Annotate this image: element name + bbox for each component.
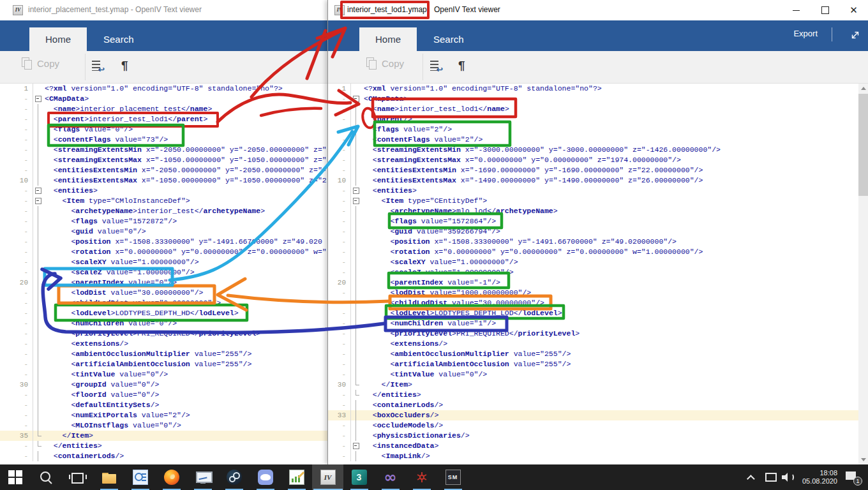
taskbar-clock[interactable]: 18:08 05.08.2020 bbox=[798, 469, 841, 486]
code-line[interactable]: - <contentFlags value="73"/> bbox=[0, 135, 328, 145]
code-line[interactable]: - <tintValue value="0"/> bbox=[0, 369, 328, 380]
code-line[interactable]: - <lodDist value="1000.00000000"/> bbox=[328, 288, 858, 298]
code-line[interactable]: - <streamingExtentsMax x="-1050.00000000… bbox=[0, 155, 328, 165]
minimize-button[interactable] bbox=[782, 0, 811, 20]
code-line[interactable]: - <instancedData> bbox=[328, 441, 858, 451]
show-whitespace-icon[interactable]: ¶ bbox=[121, 59, 128, 73]
code-line[interactable]: - <physicsDictionaries/> bbox=[328, 431, 858, 441]
code-line[interactable]: - <contentFlags value="2"/> bbox=[328, 135, 858, 145]
code-line[interactable]: - <entities> bbox=[328, 186, 858, 196]
code-line[interactable]: 20 <parentIndex value="0"/> bbox=[0, 278, 328, 288]
fold-collapse-icon[interactable] bbox=[351, 441, 362, 451]
code-line[interactable]: - <lodDist value="30.00000000"/> bbox=[0, 288, 328, 298]
code-line[interactable]: - <rotation x="0.00000000" y="0.00000000… bbox=[0, 247, 328, 257]
code-line[interactable]: - <flags value="1572864"/> bbox=[328, 216, 858, 226]
code-line[interactable]: - <artificialAmbientOcclusion value="255… bbox=[328, 359, 858, 369]
tab-search-right[interactable]: Search bbox=[417, 27, 480, 51]
taskbar-search-button[interactable] bbox=[31, 464, 61, 490]
tab-home-left[interactable]: Home bbox=[29, 27, 87, 51]
code-line[interactable]: - <ImapLink/> bbox=[328, 451, 858, 461]
code-line[interactable]: - <numChildren value="0"/> bbox=[0, 318, 328, 329]
code-line[interactable]: - <lodLevel>LODTYPES_DEPTH_HD</lodLevel> bbox=[0, 308, 328, 318]
word-wrap-icon[interactable]: ↩ bbox=[430, 60, 442, 73]
speaker-icon[interactable] bbox=[781, 471, 795, 483]
action-center-icon[interactable]: 1 bbox=[845, 470, 860, 484]
taskbar-mail-app[interactable] bbox=[124, 464, 156, 490]
code-line[interactable]: - <priorityLevel>PRI_REQUIRED</priorityL… bbox=[328, 329, 858, 339]
code-pane-right[interactable]: 1<?xml version="1.0" encoding="UTF-8" st… bbox=[328, 84, 858, 464]
code-line[interactable]: - <Item type="CMloInstanceDef"> bbox=[0, 196, 328, 206]
fold-collapse-icon[interactable] bbox=[33, 186, 43, 196]
tab-home-right[interactable]: Home bbox=[359, 27, 417, 51]
code-line[interactable]: - <containerLods/> bbox=[0, 451, 328, 461]
code-line[interactable]: - <lodLevel>LODTYPES_DEPTH_LOD</lodLevel… bbox=[328, 308, 858, 318]
taskbar-openiv-active[interactable]: IV bbox=[312, 464, 343, 490]
code-line[interactable]: 33 <boxOccluders/> bbox=[328, 410, 858, 420]
tab-search-left[interactable]: Search bbox=[87, 27, 150, 51]
code-line[interactable]: - </entities> bbox=[0, 441, 328, 451]
code-line[interactable]: - <archetypeName>mlo_lod</archetypeName> bbox=[328, 206, 858, 216]
taskbar-performance-monitor[interactable] bbox=[187, 464, 218, 490]
taskbar-red-flake-app[interactable] bbox=[406, 464, 437, 490]
task-view-button[interactable] bbox=[61, 464, 92, 490]
code-line[interactable]: - <extensions/> bbox=[328, 339, 858, 349]
code-line[interactable]: - <Item type="CEntityDef"> bbox=[328, 196, 858, 206]
code-line[interactable]: - <extensions/> bbox=[0, 339, 328, 349]
code-line[interactable]: 35 </Item> bbox=[0, 431, 328, 441]
code-line[interactable]: - <archetypeName>interior_test</archetyp… bbox=[0, 206, 328, 216]
code-line[interactable]: - <flags value="0"/> bbox=[0, 124, 328, 135]
scrollbar-thumb[interactable] bbox=[858, 94, 868, 196]
code-line[interactable]: 1<?xml version="1.0" encoding="UTF-8" st… bbox=[0, 84, 328, 94]
expand-ribbon-icon[interactable] bbox=[850, 30, 860, 40]
taskbar-steam[interactable] bbox=[218, 464, 250, 490]
maximize-button[interactable] bbox=[811, 0, 839, 20]
taskbar-file-explorer[interactable] bbox=[93, 464, 124, 490]
fold-collapse-icon[interactable] bbox=[351, 196, 362, 206]
code-line[interactable]: - <streamingExtentsMax x="0.00000000" y=… bbox=[328, 155, 858, 165]
titlebar-right[interactable]: IV interior_test_lod1.ymap OpenIV Text v… bbox=[328, 0, 868, 20]
code-line[interactable]: 10 <entitiesExtentsMax x="-1050.00000000… bbox=[0, 175, 328, 186]
code-line[interactable]: 20 <parentIndex value="-1"/> bbox=[328, 278, 858, 288]
scroll-up-icon[interactable] bbox=[858, 84, 868, 93]
code-line[interactable]: - <position x="-1508.33300000" y="-1491.… bbox=[328, 237, 858, 247]
copy-button-right[interactable]: Copy bbox=[366, 57, 404, 70]
code-line[interactable]: - <streamingExtentsMin x="-2050.00000000… bbox=[0, 145, 328, 155]
code-line[interactable]: -<CMapData> bbox=[0, 94, 328, 104]
code-line[interactable]: -<CMapData> bbox=[328, 94, 858, 104]
fold-collapse-icon[interactable] bbox=[351, 186, 362, 196]
taskbar-sm-app[interactable]: SM bbox=[437, 464, 468, 490]
scroll-down-icon[interactable] bbox=[858, 455, 868, 464]
taskbar-notepad-plus[interactable] bbox=[281, 464, 312, 490]
code-line[interactable]: 1<?xml version="1.0" encoding="UTF-8" st… bbox=[328, 84, 858, 94]
code-line[interactable]: - <scaleXY value="1.00000000"/> bbox=[328, 257, 858, 267]
code-line[interactable]: - <scaleXY value="1.00000000"/> bbox=[0, 257, 328, 267]
fold-collapse-icon[interactable] bbox=[33, 196, 43, 206]
code-line[interactable]: - <entitiesExtentsMin x="-1690.00000000"… bbox=[328, 165, 858, 175]
code-line[interactable]: - <entitiesExtentsMin x="-2050.00000000"… bbox=[0, 165, 328, 175]
code-line[interactable]: - <occludeModels/> bbox=[328, 420, 858, 431]
code-line[interactable]: - <flags value="2"/> bbox=[328, 124, 858, 135]
code-line[interactable]: - <guid value="0"/> bbox=[0, 226, 328, 237]
code-line[interactable]: - </entities> bbox=[328, 390, 858, 400]
tray-chevron-up-icon[interactable] bbox=[747, 475, 755, 483]
export-button[interactable]: Export bbox=[793, 29, 818, 38]
code-line[interactable]: - <scaleZ value="1.00000000"/> bbox=[328, 267, 858, 278]
taskbar-firefox[interactable] bbox=[156, 464, 187, 490]
code-line[interactable]: - <ambientOcclusionMultiplier value="255… bbox=[328, 349, 858, 359]
copy-button-left[interactable]: Copy bbox=[22, 57, 59, 70]
taskbar-discord[interactable] bbox=[250, 464, 281, 490]
code-line[interactable]: 30 <groupId value="0"/> bbox=[0, 380, 328, 390]
word-wrap-icon[interactable]: ↩ bbox=[92, 60, 103, 73]
code-line[interactable]: - <ambientOcclusionMultiplier value="255… bbox=[0, 349, 328, 359]
code-line[interactable]: - <numChildren value="1"/> bbox=[328, 318, 858, 329]
show-whitespace-icon[interactable]: ¶ bbox=[458, 59, 465, 73]
vertical-scrollbar[interactable] bbox=[858, 84, 868, 464]
code-line[interactable]: - <name>interior placement test</name> bbox=[0, 104, 328, 114]
code-line[interactable]: - <artificialAmbientOcclusion value="255… bbox=[0, 359, 328, 369]
code-line[interactable]: - <containerLods/> bbox=[328, 400, 858, 410]
taskbar-3ds-max[interactable]: 3 bbox=[343, 464, 375, 490]
code-line[interactable]: - <priorityLevel>PRI_REQUIRED</priorityL… bbox=[0, 329, 328, 339]
code-line[interactable]: - <childLodDist value="30.00000000"/> bbox=[328, 298, 858, 308]
code-line[interactable]: - <rotation x="0.00000000" y="0.00000000… bbox=[328, 247, 858, 257]
code-line[interactable]: 10 <entitiesExtentsMax x="-1490.00000000… bbox=[328, 175, 858, 186]
